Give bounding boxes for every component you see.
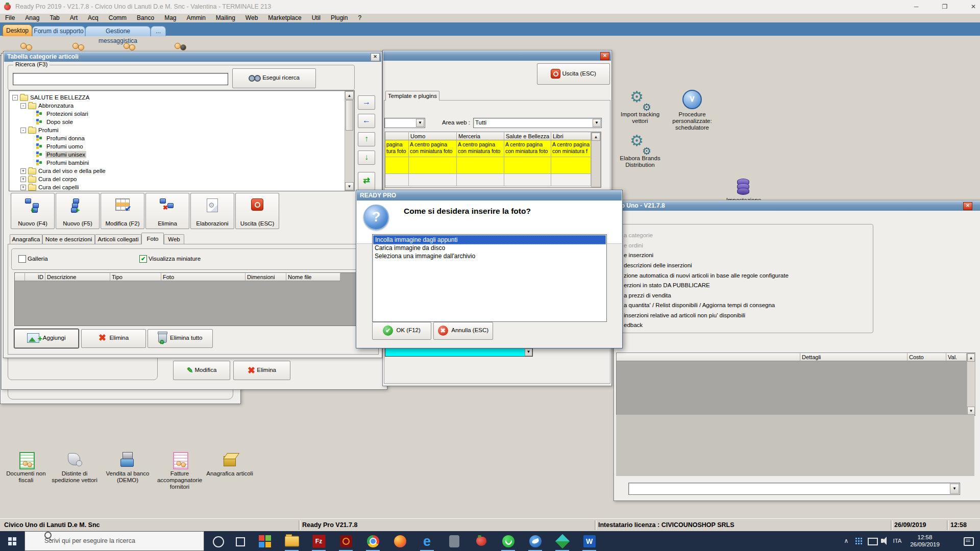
tab-web[interactable]: Web [164,234,184,244]
nuovo-f4-button[interactable]: Nuovo (F4) [11,193,55,229]
chevron-down-icon[interactable]: ▼ [525,348,532,356]
filezilla-taskbar-icon[interactable]: Fz [305,531,332,551]
whatsapp-taskbar-icon[interactable] [495,531,522,551]
uscita-esc-button[interactable]: Uscita (ESC) [235,193,279,229]
menu-item[interactable]: e inserzioni [624,251,653,261]
tree-item[interactable]: +Cura del corpo [9,175,341,183]
firefox-taskbar-icon[interactable] [386,531,413,551]
grid-cell[interactable]: A centro paginacon miniatura f [551,140,591,157]
grid-cell[interactable]: paginatura foto [385,140,409,157]
menu-ammin[interactable]: Ammin [181,14,210,22]
tree-expander[interactable]: + [20,168,26,174]
close-icon[interactable]: ✕ [371,53,380,61]
tree-expander[interactable]: + [20,185,26,190]
avatar-shortcut[interactable] [175,43,188,51]
scroll-down-icon[interactable]: ▼ [967,407,975,415]
col-header-blank[interactable] [617,353,800,361]
miniature-checkbox[interactable]: ✔ [139,255,147,263]
tree-item[interactable]: +Cura del viso e della pelle [9,167,341,175]
shortcut-procedure-schedulatore[interactable]: ∨ Procedurepersonalizzate:schedulatore [667,90,718,138]
grid-cell[interactable] [409,174,457,186]
tree-item[interactable]: -SALUTE E BELLEZZA [9,93,341,102]
cyan-selected-row[interactable]: ▼ [385,348,533,357]
col-header-nomefile[interactable]: Nome file [286,273,340,281]
tree-expander[interactable]: - [12,95,18,101]
nuovo-f5-button[interactable]: Nuovo (F5) [56,193,100,229]
menu-anag[interactable]: Anag [20,14,44,22]
elaborazioni-button[interactable]: Elaborazioni [190,193,234,229]
tab-more[interactable]: ... [151,26,166,36]
tree-item-selected[interactable]: Profumi unisex [9,151,341,159]
tab-desktop[interactable]: Desktop [3,24,32,36]
tab-note-descrizioni[interactable]: Note e descrizioni [42,234,95,244]
readypro-taskbar-icon[interactable] [468,531,495,551]
tree-expander[interactable]: - [20,103,26,109]
chrome-taskbar-icon[interactable] [359,531,386,551]
bottom-combo[interactable]: ▼ [628,483,960,495]
tree-expander[interactable]: + [20,177,26,182]
menu-file[interactable]: File [0,14,20,22]
menu-item[interactable]: erzioni in stato DA PUBBLICARE [624,281,710,291]
menu-acq[interactable]: Acq [83,14,104,22]
maximize-button[interactable]: ❐ [933,0,957,14]
menu-tab[interactable]: Tab [44,14,64,22]
explorer-taskbar-icon[interactable] [278,531,305,551]
grid-cell[interactable] [504,157,551,174]
move-down-icon[interactable]: ↓ [358,151,375,165]
grid-cell[interactable] [504,174,551,186]
menu-item[interactable]: a quantita' / Relist disponibili / Aggio… [624,300,775,311]
tree-item[interactable]: Profumi uomo [9,142,341,151]
elimina-foto-button[interactable]: ✖ Elimina [81,329,146,348]
grid-cell[interactable] [457,157,504,174]
menu-item[interactable]: inserzioni relative ad articoli non piu'… [624,311,745,321]
menu-comm[interactable]: Comm [104,14,132,22]
tree-item[interactable]: +Cura dei capelli [9,183,341,191]
tree-item[interactable]: Profumi bambini [9,159,341,167]
volume-icon[interactable] [879,531,890,551]
esegui-ricerca-button[interactable]: Esegui ricerca [232,68,316,88]
menu-util[interactable]: Util [307,14,326,22]
modifica-button[interactable]: ✎ Modifica [173,361,230,380]
store-taskbar-icon[interactable] [251,531,278,551]
maps-taskbar-icon[interactable] [549,531,576,551]
menu-item[interactable]: descrizioni delle inserzioni [624,261,692,271]
minimize-button[interactable]: ─ [904,0,928,14]
tree-item[interactable]: Protezioni solari [9,110,341,118]
col-header-id[interactable]: ID [25,273,45,281]
aggiungi-button[interactable]: Aggiungi [14,329,79,348]
tree-scrollbar[interactable]: ▲ ▼ [345,91,354,191]
col-header-dettagli[interactable]: Dettagli [800,353,908,361]
menu-plugin[interactable]: Plugin [326,14,353,22]
grid-cell[interactable] [457,174,504,186]
tree-expander[interactable]: - [20,128,26,133]
avatar-shortcut[interactable] [20,43,34,51]
grid-scrollbar[interactable]: ▲ [591,132,601,187]
media-taskbar-icon[interactable] [332,531,359,551]
task-view-button[interactable] [229,531,251,551]
annulla-button[interactable]: ✖ Annulla (ESC) [433,322,493,340]
menu-marketplace[interactable]: Marketplace [263,14,306,22]
col-header-costo[interactable]: Costo [908,353,946,361]
ok-button[interactable]: ✔ OK (F12) [372,322,431,340]
chevron-down-icon[interactable]: ▼ [416,119,424,127]
move-right-icon[interactable]: → [358,95,375,110]
menu-banco[interactable]: Banco [132,14,159,22]
grid-cell[interactable] [551,157,591,174]
col-header-merceria[interactable]: Merceria [457,132,504,140]
avatar-shortcut[interactable] [72,43,86,51]
close-icon[interactable]: ✕ [963,202,972,210]
galleria-checkbox[interactable] [18,255,26,263]
uscita-esc-button[interactable]: Uscita (ESC) [537,63,610,85]
chevron-down-icon[interactable]: ▼ [593,119,601,127]
grid-cell[interactable]: A centro paginacon miniatura foto [409,140,457,157]
tab-messaggistica[interactable]: Gestione messaggistica [85,26,151,36]
word-taskbar-icon[interactable]: W [576,531,603,551]
move-left-icon[interactable]: ← [358,114,375,128]
elimina-button[interactable]: ✖ Elimina [233,361,290,380]
shortcut-import-tracking[interactable]: Import trackingvettori [615,90,666,131]
move-up-icon[interactable]: ↑ [358,132,375,146]
notifications-icon[interactable] [962,531,977,551]
scroll-up-icon[interactable]: ▲ [967,354,975,362]
menu-item[interactable]: edback [624,320,643,331]
tree-item[interactable]: -Abbronzatura [9,102,341,110]
